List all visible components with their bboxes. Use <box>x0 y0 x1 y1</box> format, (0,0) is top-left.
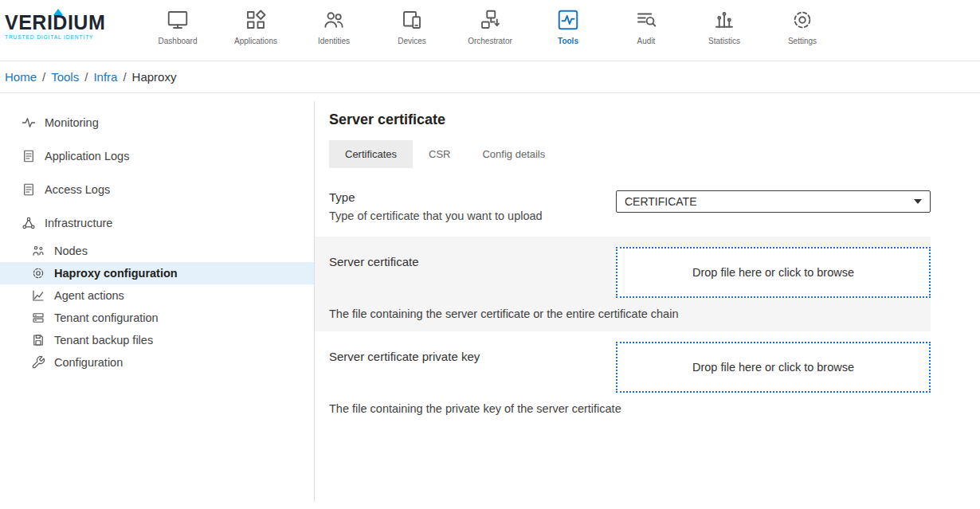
top-navigation: VERIDIUM TRUSTED DIGITAL IDENTITY Dashbo… <box>0 0 980 61</box>
breadcrumb-separator: / <box>42 70 45 84</box>
nav-item-orchestrator[interactable]: Orchestrator <box>451 8 529 45</box>
tools-icon <box>529 8 607 33</box>
sidebar-item-label: Haproxy configuration <box>54 267 178 280</box>
sidebar-item-access-logs[interactable]: Access Logs <box>0 173 314 206</box>
tenant-configuration-icon <box>31 311 45 325</box>
sidebar: Monitoring Application Logs Access Logs … <box>0 101 315 502</box>
breadcrumb: Home/Tools/Infra/Haproxy <box>0 61 980 93</box>
sidebar-item-haproxy-configuration[interactable]: Haproxy configuration <box>0 262 314 284</box>
sidebar-item-label: Configuration <box>54 356 123 369</box>
private-key-row: Server certificate private key Drop file… <box>329 331 931 426</box>
nav-item-applications[interactable]: Applications <box>217 8 295 45</box>
type-help: Type of certificate that you want to upl… <box>329 209 592 222</box>
nav-label: Dashboard <box>139 37 217 45</box>
type-row: Type Type of certificate that you want t… <box>329 178 931 237</box>
veridium-logo[interactable]: VERIDIUM TRUSTED DIGITAL IDENTITY <box>5 0 139 40</box>
breadcrumb-infra[interactable]: Infra <box>93 70 117 84</box>
private-key-dropzone[interactable]: Drop file here or click to browse <box>616 342 931 393</box>
sidebar-item-label: Nodes <box>54 245 88 257</box>
certificate-form: Type Type of certificate that you want t… <box>329 178 931 426</box>
nav-item-identities[interactable]: Identities <box>295 8 373 45</box>
nav-label: Audit <box>607 37 685 45</box>
dropzone-text: Drop file here or click to browse <box>692 361 854 374</box>
sidebar-item-tenant-backup-files[interactable]: Tenant backup files <box>0 329 314 351</box>
private-key-label: Server certificate private key <box>329 342 592 363</box>
nav-label: Applications <box>217 37 295 45</box>
agent-actions-icon <box>31 288 45 303</box>
breadcrumb-haproxy: Haproxy <box>132 70 177 84</box>
server-certificate-label: Server certificate <box>329 247 592 268</box>
nav-items: Dashboard Applications Identities Device… <box>139 0 841 45</box>
private-key-help: The file containing the private key of t… <box>329 402 931 415</box>
dashboard-icon <box>139 8 217 33</box>
tab-config-details[interactable]: Config details <box>466 140 561 168</box>
statistics-icon <box>685 8 763 33</box>
nav-label: Statistics <box>685 37 763 45</box>
settings-icon <box>763 8 841 33</box>
sidebar-item-label: Application Logs <box>45 150 129 162</box>
sidebar-item-label: Agent actions <box>54 289 124 302</box>
breadcrumb-separator: / <box>123 70 126 84</box>
dropzone-text: Drop file here or click to browse <box>692 266 854 279</box>
sidebar-item-application-logs[interactable]: Application Logs <box>0 139 314 173</box>
nodes-icon <box>31 244 45 258</box>
page-title: Server certificate <box>329 112 931 128</box>
sidebar-item-agent-actions[interactable]: Agent actions <box>0 284 314 307</box>
nav-label: Orchestrator <box>451 37 529 45</box>
orchestrator-icon <box>451 8 529 33</box>
nav-label: Identities <box>295 37 373 45</box>
sidebar-item-infrastructure[interactable]: Infrastructure <box>0 206 314 240</box>
type-select-value: CERTIFICATE <box>625 195 697 208</box>
sidebar-item-label: Tenant configuration <box>54 311 159 324</box>
nav-item-statistics[interactable]: Statistics <box>685 8 763 45</box>
breadcrumb-tools[interactable]: Tools <box>51 70 79 84</box>
infrastructure-icon <box>22 216 36 230</box>
sidebar-item-label: Tenant backup files <box>54 334 153 347</box>
nav-label: Devices <box>373 37 451 45</box>
nav-item-dashboard[interactable]: Dashboard <box>139 8 217 45</box>
chevron-down-icon <box>914 199 922 204</box>
server-certificate-dropzone[interactable]: Drop file here or click to browse <box>616 247 931 298</box>
breadcrumb-separator: / <box>84 70 88 84</box>
nav-item-devices[interactable]: Devices <box>373 8 451 45</box>
access-logs-icon <box>22 182 36 197</box>
sidebar-item-nodes[interactable]: Nodes <box>0 240 314 262</box>
sidebar-item-configuration[interactable]: Configuration <box>0 351 314 374</box>
logo-triangle-icon <box>53 9 63 15</box>
logo-text: VERIDIUM <box>5 13 139 33</box>
audit-icon <box>607 8 685 33</box>
breadcrumb-home[interactable]: Home <box>5 70 37 84</box>
tab-csr[interactable]: CSR <box>413 140 466 168</box>
server-certificate-help: The file containing the server certifica… <box>329 307 931 320</box>
sidebar-item-tenant-configuration[interactable]: Tenant configuration <box>0 307 314 329</box>
type-label: Type <box>329 190 592 204</box>
server-certificate-row: Server certificate Drop file here or cli… <box>315 237 931 331</box>
tenant-backup-files-icon <box>31 333 45 347</box>
nav-label: Settings <box>763 37 841 45</box>
devices-icon <box>373 8 451 33</box>
sidebar-item-label: Monitoring <box>45 116 99 129</box>
nav-item-settings[interactable]: Settings <box>763 8 841 45</box>
application-logs-icon <box>22 149 36 163</box>
logo-tagline: TRUSTED DIGITAL IDENTITY <box>5 34 139 40</box>
nav-item-tools[interactable]: Tools <box>529 8 607 45</box>
content-area: Monitoring Application Logs Access Logs … <box>0 93 980 502</box>
sidebar-item-monitoring[interactable]: Monitoring <box>0 106 314 139</box>
main-panel: Server certificate Certificates CSR Conf… <box>315 101 980 502</box>
configuration-icon <box>31 355 45 370</box>
sidebar-item-label: Infrastructure <box>45 217 112 229</box>
haproxy-configuration-icon <box>31 266 45 280</box>
tabs: Certificates CSR Config details <box>329 140 931 168</box>
identities-icon <box>295 8 373 33</box>
nav-item-audit[interactable]: Audit <box>607 8 685 45</box>
nav-label: Tools <box>529 37 607 45</box>
tab-certificates[interactable]: Certificates <box>329 140 413 168</box>
sidebar-item-label: Access Logs <box>45 183 110 196</box>
applications-icon <box>217 8 295 33</box>
monitoring-icon <box>22 116 36 130</box>
type-select[interactable]: CERTIFICATE <box>616 190 931 213</box>
